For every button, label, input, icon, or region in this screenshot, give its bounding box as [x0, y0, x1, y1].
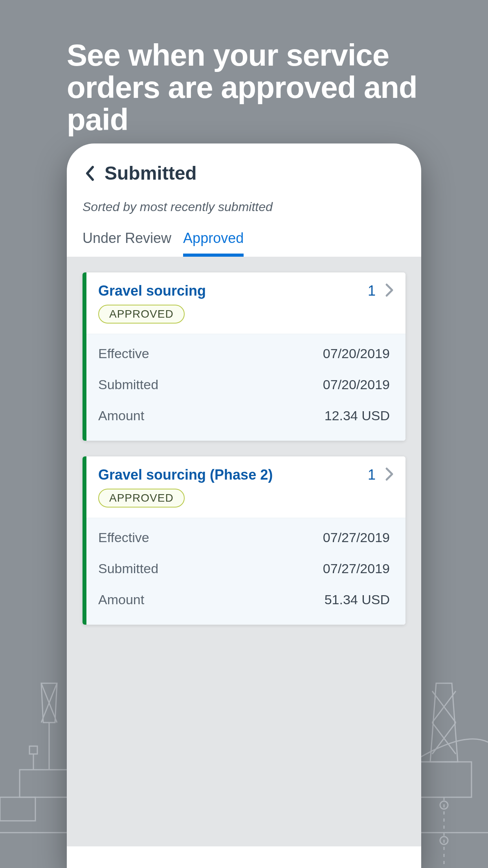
detail-row-effective: Effective 07/27/2019 [98, 522, 390, 553]
detail-row-amount: Amount 51.34 USD [98, 584, 390, 615]
order-card[interactable]: Gravel sourcing 1 APPROVED Effective 07/… [83, 272, 405, 441]
order-details: Effective 07/27/2019 Submitted 07/27/201… [83, 518, 405, 625]
order-count: 1 [368, 283, 376, 299]
order-title: Gravel sourcing (Phase 2) [98, 467, 273, 483]
order-details: Effective 07/20/2019 Submitted 07/20/201… [83, 334, 405, 441]
sort-description: Sorted by most recently submitted [67, 192, 421, 218]
svg-line-5 [41, 683, 57, 723]
chevron-right-icon [385, 467, 394, 483]
svg-point-16 [440, 801, 448, 809]
detail-label: Effective [98, 530, 149, 545]
svg-rect-9 [413, 762, 471, 797]
screen-header: Submitted [67, 143, 421, 192]
detail-label: Amount [98, 408, 144, 423]
svg-marker-3 [41, 683, 57, 723]
promo-headline: See when your service orders are approve… [67, 39, 449, 136]
detail-label: Submitted [98, 377, 158, 392]
detail-label: Effective [98, 346, 149, 361]
phone-frame: Submitted Sorted by most recently submit… [67, 143, 421, 868]
svg-line-11 [432, 691, 456, 723]
tab-under-review[interactable]: Under Review [83, 218, 183, 254]
tab-approved[interactable]: Approved [183, 218, 255, 254]
detail-row-amount: Amount 12.34 USD [98, 400, 390, 431]
status-badge: APPROVED [98, 489, 185, 508]
back-icon[interactable] [83, 164, 97, 183]
svg-marker-10 [430, 683, 458, 762]
svg-line-4 [41, 683, 57, 723]
detail-row-submitted: Submitted 07/27/2019 [98, 553, 390, 584]
order-card-header: Gravel sourcing 1 APPROVED [83, 272, 405, 334]
order-card[interactable]: Gravel sourcing (Phase 2) 1 APPROVED Eff… [83, 456, 405, 625]
order-count: 1 [368, 467, 376, 483]
orders-list: Gravel sourcing 1 APPROVED Effective 07/… [67, 257, 421, 846]
tabs-bar: Under Review Approved [67, 218, 421, 254]
status-badge: APPROVED [98, 305, 185, 324]
svg-rect-7 [29, 746, 37, 754]
svg-rect-1 [0, 797, 35, 821]
detail-value: 07/27/2019 [323, 530, 390, 545]
svg-point-17 [440, 837, 448, 844]
detail-value: 07/20/2019 [323, 377, 390, 392]
svg-line-12 [432, 691, 456, 723]
chevron-right-icon [385, 283, 394, 299]
svg-line-14 [432, 723, 456, 754]
detail-row-submitted: Submitted 07/20/2019 [98, 369, 390, 400]
detail-value: 07/20/2019 [323, 346, 390, 361]
order-card-header: Gravel sourcing (Phase 2) 1 APPROVED [83, 456, 405, 518]
detail-label: Amount [98, 592, 144, 607]
svg-line-13 [432, 723, 456, 754]
page-title: Submitted [105, 162, 197, 184]
detail-value: 07/27/2019 [323, 561, 390, 576]
detail-value: 12.34 USD [325, 408, 390, 423]
detail-label: Submitted [98, 561, 158, 576]
order-title: Gravel sourcing [98, 283, 206, 299]
detail-row-effective: Effective 07/20/2019 [98, 338, 390, 369]
detail-value: 51.34 USD [325, 592, 390, 607]
